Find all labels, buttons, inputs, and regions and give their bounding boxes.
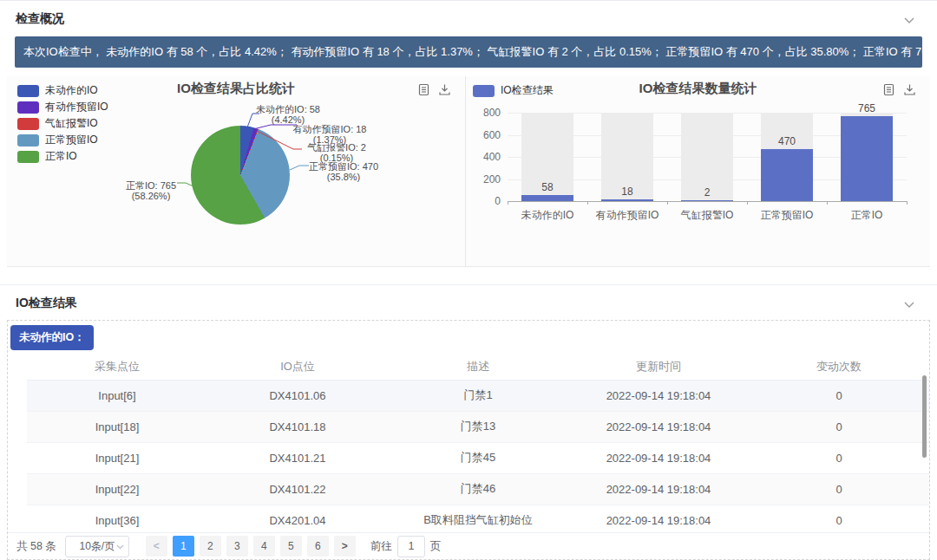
- table-cell: 门禁45: [388, 442, 568, 473]
- result-section-header: IO检查结果: [0, 285, 937, 316]
- charts-row: 未动作的IO有动作预留IO气缸报警IO正常预留IO正常IO IO检查结果占比统计…: [7, 76, 930, 267]
- table-row: Input[21]DX4101.21门禁452022-09-14 19:18:0…: [27, 442, 929, 473]
- data-view-icon[interactable]: [882, 83, 895, 100]
- table-header-row: 采集点位IO点位描述更新时间变动次数: [27, 354, 929, 380]
- overview-section-title: 检查概况: [16, 11, 64, 25]
- category-badge[interactable]: 未动作的IO：: [10, 325, 94, 350]
- pie-slice-label: 正常预留IO: 470(35.8%): [309, 161, 378, 182]
- page-size-select[interactable]: 10条/页: [65, 536, 129, 557]
- legend-swatch: [17, 118, 39, 130]
- table-cell: Input[22]: [27, 473, 207, 505]
- legend-swatch: [17, 151, 39, 163]
- table-cell: 门禁46: [388, 473, 568, 505]
- page-button[interactable]: 3: [226, 536, 248, 557]
- goto-label: 前往: [370, 539, 392, 554]
- bar-toolbox: [882, 83, 916, 100]
- page-button[interactable]: 6: [307, 536, 329, 557]
- table-cell: Input[6]: [27, 380, 207, 411]
- pagination-total: 共 58 条: [16, 539, 56, 554]
- legend-label: 气缸报警IO: [45, 116, 98, 131]
- bar-value-label: 470: [761, 135, 813, 147]
- bar[interactable]: [761, 149, 813, 201]
- x-axis-category-label: 正常预留IO: [747, 208, 827, 223]
- table-column-header: 描述: [388, 354, 568, 380]
- x-axis-line: [508, 201, 908, 202]
- bar-value-label: 18: [601, 186, 653, 198]
- pie-legend-item[interactable]: 气缸报警IO: [17, 115, 108, 132]
- pie-chart-title: IO检查结果占比统计: [7, 81, 465, 97]
- result-table-container: 未动作的IO： 采集点位IO点位描述更新时间变动次数 Input[6]DX410…: [7, 320, 930, 560]
- bar[interactable]: [841, 116, 893, 201]
- page-button-active[interactable]: 1: [173, 536, 194, 557]
- page-size-value: 10条/页: [80, 540, 115, 552]
- table-cell: Input[36]: [27, 505, 207, 536]
- page-buttons: 123456: [170, 536, 331, 557]
- next-page-button[interactable]: >: [334, 536, 356, 557]
- download-image-icon[interactable]: [903, 83, 916, 100]
- table-column-header: 变动次数: [749, 354, 929, 380]
- table-cell: 2022-09-14 19:18:04: [568, 411, 749, 442]
- table-column-header: 采集点位: [27, 354, 207, 380]
- pie-legend-item[interactable]: 有动作预留IO: [17, 99, 108, 115]
- legend-label: 正常预留IO: [45, 133, 98, 147]
- goto-unit-label: 页: [430, 539, 442, 554]
- y-axis-tick-label: 600: [473, 129, 501, 141]
- table-cell: DX4101.21: [207, 442, 388, 473]
- x-axis-category-label: 气缸报警IO: [667, 208, 747, 223]
- table-cell: 0: [749, 505, 929, 536]
- table-row: Input[36]DX4201.04B取料阻挡气缸初始位2022-09-14 1…: [27, 505, 929, 536]
- result-section-title: IO检查结果: [16, 296, 77, 309]
- pie-chart[interactable]: [191, 126, 290, 225]
- bar-chart-title: IO检查结果数量统计: [466, 81, 930, 97]
- overview-collapse-chevron-down-icon[interactable]: [904, 12, 914, 28]
- page-button[interactable]: 4: [253, 536, 275, 557]
- bar-value-label: 58: [521, 181, 573, 193]
- goto-page-input[interactable]: [397, 536, 425, 557]
- pagination-bar: 共 58 条 10条/页 < 123456 > 前往 页: [8, 532, 929, 559]
- prev-page-button[interactable]: <: [146, 536, 167, 557]
- table-cell: 门禁1: [388, 380, 568, 411]
- io-result-table: 采集点位IO点位描述更新时间变动次数 Input[6]DX4101.06门禁12…: [27, 354, 929, 537]
- bar-chart-panel: IO检查结果 IO检查结果数量统计 020040060080058未动作的IO1…: [466, 76, 930, 267]
- data-view-icon[interactable]: [417, 83, 430, 100]
- x-axis-category-label: 有动作预留IO: [587, 208, 667, 223]
- pie-legend-item[interactable]: 正常IO: [17, 148, 108, 165]
- bar-value-label: 2: [681, 186, 733, 199]
- pie-slice-label: 气缸报警IO: 2(0.15%): [307, 142, 366, 163]
- legend-label: 正常IO: [45, 149, 77, 164]
- y-axis-tick-label: 400: [473, 151, 501, 163]
- table-cell: 0: [749, 411, 929, 442]
- pie-slice-label: 未动作的IO: 58(4.42%): [256, 104, 320, 125]
- pie-chart-panel: 未动作的IO有动作预留IO气缸报警IO正常预留IO正常IO IO检查结果占比统计…: [7, 76, 466, 267]
- page-button[interactable]: 2: [200, 536, 221, 557]
- y-axis-tick-label: 0: [473, 195, 501, 207]
- legend-swatch: [17, 101, 39, 114]
- table-cell: 门禁13: [388, 411, 568, 442]
- table-cell: 2022-09-14 19:18:04: [568, 380, 749, 411]
- table-cell: DX4101.22: [207, 473, 388, 505]
- page-button[interactable]: 5: [280, 536, 302, 557]
- table-cell: 0: [749, 473, 929, 505]
- table-cell: DX4101.18: [207, 411, 388, 442]
- table-cell: Input[18]: [27, 411, 207, 442]
- legend-swatch: [17, 134, 39, 147]
- result-collapse-chevron-down-icon[interactable]: [904, 296, 914, 312]
- table-cell: 0: [749, 442, 929, 473]
- bar[interactable]: [521, 195, 573, 201]
- table-cell: DX4201.04: [207, 505, 388, 536]
- download-image-icon[interactable]: [438, 83, 451, 100]
- table-cell: 2022-09-14 19:18:04: [568, 505, 749, 536]
- table-row: Input[18]DX4101.18门禁132022-09-14 19:18:0…: [27, 411, 929, 442]
- overview-section-header: 检查概况: [0, 0, 937, 31]
- legend-label: 有动作预留IO: [45, 100, 108, 114]
- pie-legend-item[interactable]: 正常预留IO: [17, 132, 108, 148]
- table-cell: Input[21]: [27, 442, 207, 473]
- x-axis-tick: [907, 201, 908, 205]
- table-cell: DX4101.06: [207, 380, 388, 411]
- x-axis-category-label: 未动作的IO: [508, 208, 587, 223]
- table-cell: 2022-09-14 19:18:04: [568, 473, 749, 505]
- table-scrollbar-thumb[interactable]: [922, 375, 927, 458]
- table-row: Input[6]DX4101.06门禁12022-09-14 19:18:040: [27, 380, 929, 411]
- io-summary-banner: 本次IO检查中， 未动作的IO 有 58 个，占比 4.42%； 有动作预留IO…: [15, 36, 922, 68]
- table-column-header: IO点位: [207, 354, 388, 380]
